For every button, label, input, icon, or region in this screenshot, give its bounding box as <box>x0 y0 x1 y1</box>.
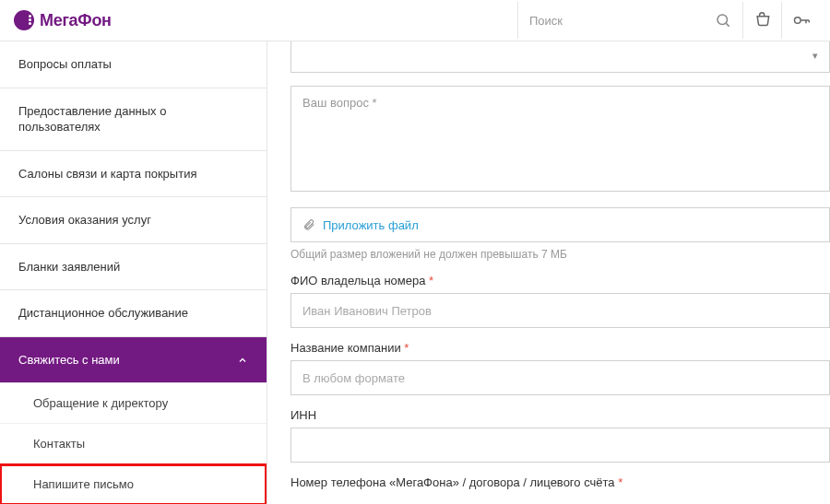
sidebar-item-label: Условия оказания услуг <box>18 212 151 229</box>
megafon-logo-icon <box>14 10 34 30</box>
phone-label: Номер телефона «МегаФона» / договора / л… <box>290 475 830 489</box>
sidebar-item-terms[interactable]: Условия оказания услуг <box>0 197 267 244</box>
sidebar-item-userdata[interactable]: Предоставление данных о пользователях <box>0 88 267 151</box>
logo[interactable]: МегаФон <box>14 10 112 30</box>
sidebar-item-label: Салоны связи и карта покрытия <box>18 166 196 182</box>
search-input[interactable] <box>529 14 706 28</box>
brand-name: МегаФон <box>40 11 112 30</box>
login-button[interactable] <box>782 2 821 39</box>
sidebar-sub-contacts[interactable]: Контакты <box>0 424 267 464</box>
sidebar-item-stores[interactable]: Салоны связи и карта покрытия <box>0 151 267 198</box>
attach-hint: Общий размер вложений не должен превышат… <box>290 248 830 261</box>
search-box[interactable] <box>517 2 743 39</box>
sidebar-item-label: Вопросы оплаты <box>18 56 112 73</box>
chevron-up-icon <box>237 355 248 366</box>
company-label: Название компании * <box>290 341 830 355</box>
company-input[interactable] <box>290 360 830 395</box>
chevron-down-icon: ▾ <box>812 50 818 62</box>
sidebar-sub-label: Обращение к директору <box>33 396 168 410</box>
sidebar-item-contact[interactable]: Свяжитесь с нами <box>0 337 267 384</box>
inn-label: ИНН <box>290 408 830 422</box>
paperclip-icon <box>302 217 315 232</box>
sidebar-item-label: Предоставление данных о пользователях <box>18 103 248 135</box>
question-textarea[interactable] <box>290 86 830 192</box>
fio-label: ФИО владельца номера * <box>290 274 830 287</box>
sidebar-item-label: Дистанционное обслуживание <box>18 305 188 322</box>
svg-point-0 <box>717 15 728 25</box>
svg-line-1 <box>726 23 729 26</box>
fio-input[interactable] <box>290 293 830 328</box>
sidebar-sub-write[interactable]: Напишите письмо <box>0 464 267 504</box>
sidebar-item-label: Бланки заявлений <box>18 259 120 275</box>
cart-button[interactable] <box>743 2 782 39</box>
search-icon[interactable] <box>715 12 731 29</box>
header: МегаФон <box>0 0 830 41</box>
inn-input[interactable] <box>290 428 830 463</box>
sidebar-item-label: Свяжитесь с нами <box>18 352 120 369</box>
main-form: Тема письма * ▾ Приложить файл Общий раз… <box>267 41 830 504</box>
cart-icon <box>753 11 772 29</box>
sidebar-sub-label: Напишите письмо <box>33 477 134 491</box>
sidebar-sub-director[interactable]: Обращение к директору <box>0 383 267 424</box>
sidebar-sub-label: Контакты <box>33 437 85 451</box>
sidebar-item-forms[interactable]: Бланки заявлений <box>0 244 267 291</box>
subject-select[interactable]: ▾ <box>290 41 830 73</box>
key-icon <box>791 11 812 29</box>
sidebar-item-remote[interactable]: Дистанционное обслуживание <box>0 290 267 337</box>
sidebar: Вопросы оплаты Предоставление данных о п… <box>0 41 267 504</box>
attach-file-label: Приложить файл <box>323 218 419 232</box>
attach-file-button[interactable]: Приложить файл <box>290 207 830 242</box>
sidebar-item-payment[interactable]: Вопросы оплаты <box>0 41 267 88</box>
svg-point-2 <box>795 18 801 24</box>
